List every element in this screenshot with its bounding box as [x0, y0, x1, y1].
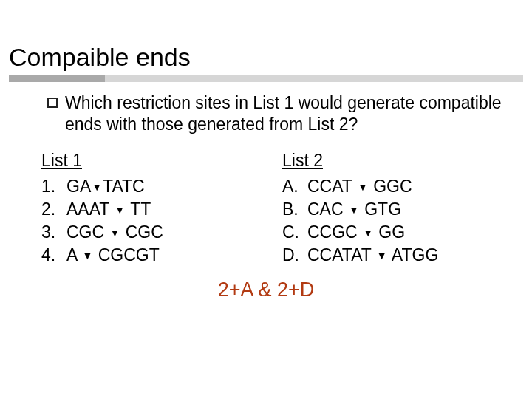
seq-post: TT — [126, 200, 151, 219]
seq-post: GGC — [369, 177, 412, 196]
item-number: D. — [282, 245, 307, 265]
seq-post: TATC — [103, 177, 145, 196]
question-block: Which restriction sites in List 1 would … — [0, 82, 532, 136]
seq-pre: GA — [66, 177, 91, 196]
list-item: 4. A ▼ CGCGT — [41, 245, 272, 265]
cut-mark-icon: ▼ — [376, 250, 388, 262]
list-1: List 1 1. GA▼TATC 2. AAAT ▼ TT 3. CGC ▼ … — [41, 151, 272, 268]
item-sequence: CCGC ▼ GG — [307, 222, 405, 242]
slide-title: Compaible ends — [9, 43, 523, 72]
item-number: 3. — [41, 222, 66, 242]
cut-mark-icon: ▼ — [109, 227, 121, 239]
item-number: 4. — [41, 245, 66, 265]
cut-mark-icon: ▼ — [348, 204, 360, 216]
seq-pre: CGC — [66, 222, 109, 242]
cut-mark-icon: ▼ — [81, 250, 93, 262]
list-item: D. CCATAT ▼ ATGG — [282, 245, 513, 265]
title-block: Compaible ends — [0, 0, 532, 82]
list-item: 2. AAAT ▼ TT — [41, 200, 272, 219]
lists-row: List 1 1. GA▼TATC 2. AAAT ▼ TT 3. CGC ▼ … — [0, 136, 532, 268]
title-rule — [9, 75, 523, 82]
list-item: 3. CGC ▼ CGC — [41, 222, 272, 242]
cut-mark-icon: ▼ — [91, 181, 103, 193]
cut-mark-icon: ▼ — [357, 181, 369, 193]
item-sequence: CCATAT ▼ ATGG — [307, 245, 438, 265]
cut-mark-icon: ▼ — [114, 204, 126, 216]
question-row: Which restriction sites in List 1 would … — [47, 92, 502, 136]
answer-text: 2+A & 2+D — [0, 268, 532, 301]
question-text: Which restriction sites in List 1 would … — [65, 92, 502, 136]
seq-pre: CCAT — [307, 177, 357, 196]
slide: Compaible ends Which restriction sites i… — [0, 0, 532, 399]
item-number: B. — [282, 200, 307, 219]
item-number: C. — [282, 222, 307, 242]
item-sequence: CCAT ▼ GGC — [307, 177, 412, 197]
list-item: B. CAC ▼ GTG — [282, 200, 513, 219]
item-sequence: GA▼TATC — [66, 177, 145, 197]
square-bullet-icon — [47, 98, 58, 108]
list-item: 1. GA▼TATC — [41, 177, 272, 197]
item-number: 2. — [41, 200, 66, 219]
list-item: A. CCAT ▼ GGC — [282, 177, 513, 197]
seq-post: CGC — [120, 222, 163, 242]
item-number: A. — [282, 177, 307, 197]
seq-pre: CCATAT — [307, 245, 376, 265]
seq-pre: CCGC — [307, 222, 362, 242]
item-sequence: A ▼ CGCGT — [66, 245, 160, 265]
list-2: List 2 A. CCAT ▼ GGC B. CAC ▼ GTG C. CCG… — [272, 151, 513, 268]
seq-pre: AAAT — [66, 200, 114, 219]
seq-pre: CAC — [307, 200, 348, 219]
item-sequence: CGC ▼ CGC — [66, 222, 163, 242]
cut-mark-icon: ▼ — [362, 227, 374, 239]
seq-post: ATGG — [388, 245, 439, 265]
seq-post: CGCGT — [93, 245, 159, 265]
seq-post: GG — [374, 222, 405, 242]
seq-post: GTG — [360, 200, 401, 219]
item-number: 1. — [41, 177, 66, 197]
item-sequence: CAC ▼ GTG — [307, 200, 401, 219]
item-sequence: AAAT ▼ TT — [66, 200, 151, 219]
list-item: C. CCGC ▼ GG — [282, 222, 513, 242]
seq-pre: A — [66, 245, 81, 265]
list-2-heading: List 2 — [282, 151, 513, 171]
list-1-heading: List 1 — [41, 151, 272, 171]
